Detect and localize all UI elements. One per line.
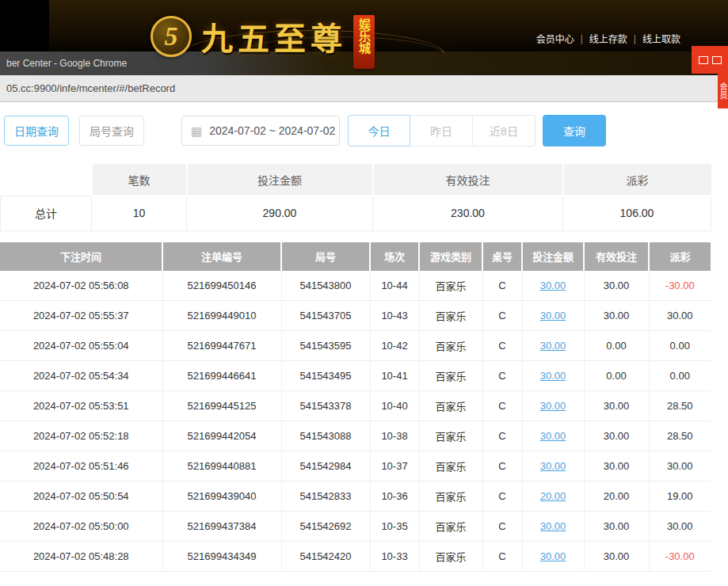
cell-game-type: 百家乐 (419, 331, 482, 361)
col-header-session: 场次 (370, 242, 419, 271)
cell-payout: -30.00 (649, 271, 711, 301)
cell-payout: 30.00 (649, 451, 711, 481)
cell-bet-amount: 30.00 (522, 271, 584, 301)
cell-game-type: 百家乐 (419, 451, 482, 481)
cell-bet-id: 521699446641 (162, 361, 281, 391)
bet-amount-link[interactable]: 30.00 (540, 460, 566, 472)
nav-member-center[interactable]: 会员中心 (536, 32, 574, 45)
cell-bet-time: 2024-07-02 05:51:46 (0, 451, 162, 481)
cell-session: 10-37 (370, 451, 419, 481)
bet-amount-link[interactable]: 30.00 (540, 280, 566, 291)
search-button[interactable]: 查询 (543, 115, 606, 146)
summary-bet-amount: 290.00 (187, 196, 373, 230)
cell-valid-bet: 30.00 (584, 301, 649, 331)
cell-bet-amount: 30.00 (522, 391, 584, 421)
bet-amount-link[interactable]: 20.00 (540, 490, 566, 502)
bet-amount-link[interactable]: 30.00 (540, 340, 566, 352)
cell-game-type: 百家乐 (419, 542, 482, 572)
summary-table: 笔数 投注金额 有效投注 派彩 总计 10 290.00 230.00 106.… (0, 164, 711, 231)
cell-valid-bet: 20.00 (584, 481, 649, 512)
screen: 5 九五至尊 娱乐城 会员中心 | 线上存款 | 线上取款 ber Center… (0, 0, 728, 586)
cell-round-no: 541543378 (281, 391, 370, 421)
cell-payout: -30.00 (649, 542, 711, 572)
nav-online-withdraw[interactable]: 线上取款 (642, 32, 680, 45)
service-floating-tab[interactable]: 会员 (718, 74, 728, 108)
cell-valid-bet: 30.00 (584, 542, 649, 572)
col-header-bet-amount: 投注金额 (522, 242, 584, 271)
date-range-input[interactable]: ▦ 2024-07-02 ~ 2024-07-02 (181, 116, 340, 146)
url-text: 05.cc:9900/infe/mcenter/#/betRecord (6, 82, 175, 94)
bet-amount-link[interactable]: 30.00 (540, 400, 566, 412)
browser-urlbar[interactable]: 05.cc:9900/infe/mcenter/#/betRecord (0, 75, 728, 102)
cell-table-no: C (482, 421, 522, 451)
table-row: 2024-07-02 05:51:46521699440881541542984… (0, 451, 711, 481)
bet-amount-link[interactable]: 30.00 (540, 370, 566, 382)
nav-separator: | (634, 33, 636, 44)
top-nav: 会员中心 | 线上存款 | 线上取款 (536, 32, 680, 45)
browser-window-title: ber Center - Google Chrome (6, 58, 127, 69)
cell-session: 10-38 (370, 421, 419, 451)
cell-bet-amount: 30.00 (522, 361, 584, 391)
date-query-tab[interactable]: 日期查询 (4, 116, 69, 146)
summary-header-bet-amount: 投注金额 (187, 164, 373, 196)
col-header-bet-time: 下注时间 (0, 242, 162, 271)
cell-game-type: 百家乐 (419, 421, 482, 451)
cell-round-no: 541542833 (281, 481, 370, 512)
cell-bet-time: 2024-07-02 05:48:28 (0, 542, 162, 572)
filter-row: 日期查询 局号查询 ▦ 2024-07-02 ~ 2024-07-02 今日 昨… (0, 115, 728, 146)
cell-valid-bet: 30.00 (584, 421, 649, 451)
cell-table-no: C (482, 331, 522, 361)
cell-round-no: 541543595 (281, 331, 370, 361)
cell-valid-bet: 0.00 (584, 331, 649, 361)
cell-table-no: C (482, 391, 522, 421)
summary-header-payout: 派彩 (563, 164, 711, 196)
cell-bet-id: 521699445125 (162, 391, 281, 421)
cell-payout: 28.50 (649, 421, 711, 451)
close-icon[interactable] (712, 56, 722, 64)
cell-bet-amount: 30.00 (522, 331, 584, 361)
cell-game-type: 百家乐 (419, 271, 482, 301)
cell-bet-id: 521699449010 (162, 301, 281, 331)
col-header-bet-id: 注单编号 (162, 242, 281, 271)
cell-table-no: C (482, 542, 522, 572)
last-8-days-button[interactable]: 近8日 (473, 115, 536, 146)
bet-table-body: 2024-07-02 05:56:08521699450146541543800… (0, 271, 711, 572)
bet-amount-link[interactable]: 30.00 (540, 430, 566, 442)
cell-bet-time: 2024-07-02 05:50:00 (0, 512, 162, 542)
col-header-payout: 派彩 (649, 242, 711, 271)
bet-record-page: 日期查询 局号查询 ▦ 2024-07-02 ~ 2024-07-02 今日 昨… (0, 102, 728, 572)
cell-round-no: 541542692 (281, 512, 370, 542)
nav-online-deposit[interactable]: 线上存款 (589, 32, 627, 45)
cell-valid-bet: 30.00 (584, 512, 649, 542)
cell-bet-id: 521699450146 (162, 271, 281, 301)
logo-subtitle-badge: 娱乐城 (353, 15, 375, 69)
cell-bet-time: 2024-07-02 05:55:37 (0, 301, 162, 331)
cell-bet-time: 2024-07-02 05:56:08 (0, 271, 162, 301)
table-row: 2024-07-02 05:56:08521699450146541543800… (0, 271, 711, 301)
summary-row: 总计 10 290.00 230.00 106.00 (1, 196, 711, 230)
maximize-icon[interactable] (699, 56, 708, 64)
bet-table-header-row: 下注时间 注单编号 局号 场次 游戏类别 桌号 投注金额 有效投注 派彩 (0, 242, 711, 271)
bet-amount-link[interactable]: 30.00 (540, 550, 566, 562)
cell-session: 10-35 (370, 512, 419, 542)
bet-amount-link[interactable]: 30.00 (540, 520, 566, 532)
cell-bet-amount: 30.00 (522, 512, 584, 542)
cell-session: 10-41 (370, 361, 419, 391)
bet-record-table: 下注时间 注单编号 局号 场次 游戏类别 桌号 投注金额 有效投注 派彩 202… (0, 242, 711, 573)
yesterday-button[interactable]: 昨日 (410, 115, 473, 146)
summary-header-valid-bet: 有效投注 (373, 164, 563, 196)
cell-round-no: 541542984 (281, 451, 370, 481)
cell-bet-amount: 20.00 (522, 481, 584, 512)
cell-bet-amount: 30.00 (522, 421, 584, 451)
cell-bet-amount: 30.00 (522, 542, 584, 572)
col-header-game-type: 游戏类别 (419, 242, 482, 271)
bet-amount-link[interactable]: 30.00 (540, 310, 566, 322)
round-query-tab[interactable]: 局号查询 (79, 116, 144, 146)
table-row: 2024-07-02 05:50:54521699439040541542833… (0, 481, 711, 512)
cell-payout: 0.00 (649, 331, 711, 361)
today-button[interactable]: 今日 (348, 115, 410, 146)
site-logo: 5 九五至尊 娱乐城 (151, 4, 375, 69)
cell-game-type: 百家乐 (419, 301, 482, 331)
table-row: 2024-07-02 05:50:00521699437384541542692… (0, 512, 711, 542)
col-header-table-no: 桌号 (482, 242, 522, 271)
